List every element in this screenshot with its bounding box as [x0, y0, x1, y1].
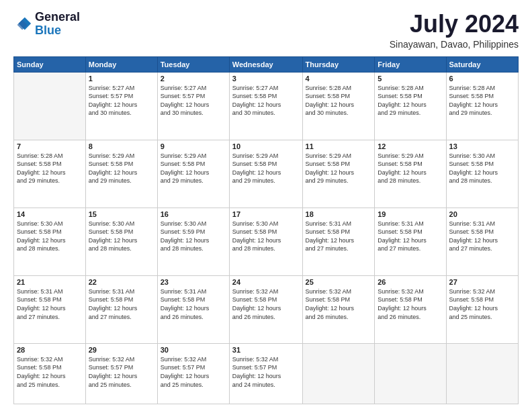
calendar-cell: 5Sunrise: 5:28 AM Sunset: 5:58 PM Daylig…	[375, 72, 446, 140]
calendar-cell: 10Sunrise: 5:29 AM Sunset: 5:58 PM Dayli…	[229, 140, 302, 208]
day-number: 23	[161, 278, 226, 286]
day-number: 30	[161, 346, 226, 354]
calendar-cell: 12Sunrise: 5:29 AM Sunset: 5:58 PM Dayli…	[375, 140, 446, 208]
calendar-cell: 1Sunrise: 5:27 AM Sunset: 5:57 PM Daylig…	[85, 72, 157, 140]
calendar-cell: 4Sunrise: 5:28 AM Sunset: 5:58 PM Daylig…	[302, 72, 375, 140]
day-number: 26	[378, 278, 443, 286]
col-header-monday: Monday	[85, 56, 157, 72]
logo-icon	[13, 15, 32, 34]
day-info: Sunrise: 5:27 AM Sunset: 5:57 PM Dayligh…	[161, 84, 226, 118]
calendar-cell: 11Sunrise: 5:29 AM Sunset: 5:58 PM Dayli…	[302, 140, 375, 208]
day-number: 14	[17, 210, 83, 218]
day-number: 27	[449, 278, 515, 286]
week-row-5: 28Sunrise: 5:32 AM Sunset: 5:58 PM Dayli…	[14, 343, 519, 404]
calendar-cell: 7Sunrise: 5:28 AM Sunset: 5:58 PM Daylig…	[14, 140, 86, 208]
calendar-cell: 24Sunrise: 5:32 AM Sunset: 5:58 PM Dayli…	[229, 275, 302, 343]
day-number: 10	[232, 142, 300, 150]
day-info: Sunrise: 5:32 AM Sunset: 5:58 PM Dayligh…	[232, 287, 300, 321]
calendar-cell: 18Sunrise: 5:31 AM Sunset: 5:58 PM Dayli…	[302, 208, 375, 275]
calendar-cell: 21Sunrise: 5:31 AM Sunset: 5:58 PM Dayli…	[14, 275, 86, 343]
day-info: Sunrise: 5:28 AM Sunset: 5:58 PM Dayligh…	[17, 152, 83, 185]
day-number: 4	[306, 75, 372, 83]
calendar-cell	[14, 72, 86, 140]
day-info: Sunrise: 5:31 AM Sunset: 5:58 PM Dayligh…	[378, 220, 443, 253]
week-row-3: 14Sunrise: 5:30 AM Sunset: 5:58 PM Dayli…	[14, 208, 519, 275]
day-info: Sunrise: 5:31 AM Sunset: 5:58 PM Dayligh…	[161, 287, 226, 321]
col-header-friday: Friday	[375, 56, 446, 72]
day-number: 1	[89, 75, 154, 83]
week-row-4: 21Sunrise: 5:31 AM Sunset: 5:58 PM Dayli…	[14, 275, 519, 343]
day-number: 7	[17, 142, 83, 150]
calendar-cell: 30Sunrise: 5:32 AM Sunset: 5:57 PM Dayli…	[157, 343, 229, 404]
col-header-wednesday: Wednesday	[229, 56, 302, 72]
page: General Blue July 2024 Sinayawan, Davao,…	[0, 0, 532, 411]
day-number: 15	[89, 210, 154, 218]
calendar-cell: 19Sunrise: 5:31 AM Sunset: 5:58 PM Dayli…	[375, 208, 446, 275]
calendar-cell	[446, 343, 518, 404]
calendar-table: SundayMondayTuesdayWednesdayThursdayFrid…	[13, 56, 519, 404]
day-info: Sunrise: 5:31 AM Sunset: 5:58 PM Dayligh…	[306, 220, 372, 253]
day-info: Sunrise: 5:30 AM Sunset: 5:59 PM Dayligh…	[161, 220, 226, 253]
day-info: Sunrise: 5:27 AM Sunset: 5:57 PM Dayligh…	[89, 84, 154, 118]
day-number: 13	[449, 142, 515, 150]
day-info: Sunrise: 5:32 AM Sunset: 5:58 PM Dayligh…	[306, 287, 372, 321]
day-info: Sunrise: 5:29 AM Sunset: 5:58 PM Dayligh…	[89, 152, 154, 185]
day-info: Sunrise: 5:32 AM Sunset: 5:57 PM Dayligh…	[89, 355, 154, 389]
day-number: 28	[17, 346, 83, 354]
day-info: Sunrise: 5:31 AM Sunset: 5:58 PM Dayligh…	[17, 287, 83, 321]
calendar-cell: 28Sunrise: 5:32 AM Sunset: 5:58 PM Dayli…	[14, 343, 86, 404]
col-header-thursday: Thursday	[302, 56, 375, 72]
day-info: Sunrise: 5:30 AM Sunset: 5:58 PM Dayligh…	[89, 220, 154, 253]
day-info: Sunrise: 5:29 AM Sunset: 5:58 PM Dayligh…	[232, 152, 300, 185]
calendar-cell: 20Sunrise: 5:31 AM Sunset: 5:58 PM Dayli…	[446, 208, 518, 275]
day-number: 3	[232, 75, 300, 83]
calendar-cell	[375, 343, 446, 404]
col-header-sunday: Sunday	[14, 56, 86, 72]
calendar-cell: 31Sunrise: 5:32 AM Sunset: 5:57 PM Dayli…	[229, 343, 302, 404]
day-number: 5	[378, 75, 443, 83]
day-info: Sunrise: 5:32 AM Sunset: 5:57 PM Dayligh…	[232, 355, 300, 389]
calendar-cell: 29Sunrise: 5:32 AM Sunset: 5:57 PM Dayli…	[85, 343, 157, 404]
logo-text: General Blue	[35, 11, 80, 38]
day-number: 18	[306, 210, 372, 218]
calendar-cell: 17Sunrise: 5:30 AM Sunset: 5:58 PM Dayli…	[229, 208, 302, 275]
day-info: Sunrise: 5:29 AM Sunset: 5:58 PM Dayligh…	[306, 152, 372, 185]
day-number: 2	[161, 75, 226, 83]
header: General Blue July 2024 Sinayawan, Davao,…	[13, 11, 519, 50]
day-info: Sunrise: 5:29 AM Sunset: 5:58 PM Dayligh…	[161, 152, 226, 185]
calendar-cell: 26Sunrise: 5:32 AM Sunset: 5:58 PM Dayli…	[375, 275, 446, 343]
day-info: Sunrise: 5:30 AM Sunset: 5:58 PM Dayligh…	[17, 220, 83, 253]
calendar-cell: 3Sunrise: 5:27 AM Sunset: 5:58 PM Daylig…	[229, 72, 302, 140]
day-info: Sunrise: 5:31 AM Sunset: 5:58 PM Dayligh…	[89, 287, 154, 321]
calendar-cell: 9Sunrise: 5:29 AM Sunset: 5:58 PM Daylig…	[157, 140, 229, 208]
calendar-cell: 8Sunrise: 5:29 AM Sunset: 5:58 PM Daylig…	[85, 140, 157, 208]
day-info: Sunrise: 5:30 AM Sunset: 5:58 PM Dayligh…	[449, 152, 515, 185]
day-info: Sunrise: 5:32 AM Sunset: 5:58 PM Dayligh…	[449, 287, 515, 321]
day-number: 25	[306, 278, 372, 286]
col-header-tuesday: Tuesday	[157, 56, 229, 72]
day-number: 8	[89, 142, 154, 150]
col-header-saturday: Saturday	[446, 56, 518, 72]
day-number: 11	[306, 142, 372, 150]
calendar-cell: 16Sunrise: 5:30 AM Sunset: 5:59 PM Dayli…	[157, 208, 229, 275]
calendar-cell: 23Sunrise: 5:31 AM Sunset: 5:58 PM Dayli…	[157, 275, 229, 343]
title-section: July 2024 Sinayawan, Davao, Philippines	[390, 11, 519, 50]
day-number: 19	[378, 210, 443, 218]
location: Sinayawan, Davao, Philippines	[390, 39, 519, 50]
calendar-cell: 13Sunrise: 5:30 AM Sunset: 5:58 PM Dayli…	[446, 140, 518, 208]
logo: General Blue	[13, 11, 80, 38]
day-info: Sunrise: 5:30 AM Sunset: 5:58 PM Dayligh…	[232, 220, 300, 253]
day-info: Sunrise: 5:29 AM Sunset: 5:58 PM Dayligh…	[378, 152, 443, 185]
day-number: 22	[89, 278, 154, 286]
day-info: Sunrise: 5:28 AM Sunset: 5:58 PM Dayligh…	[306, 84, 372, 118]
day-number: 6	[449, 75, 515, 83]
day-number: 31	[232, 346, 300, 354]
calendar-cell: 22Sunrise: 5:31 AM Sunset: 5:58 PM Dayli…	[85, 275, 157, 343]
day-info: Sunrise: 5:31 AM Sunset: 5:58 PM Dayligh…	[449, 220, 515, 253]
day-number: 20	[449, 210, 515, 218]
calendar-cell: 2Sunrise: 5:27 AM Sunset: 5:57 PM Daylig…	[157, 72, 229, 140]
day-number: 17	[232, 210, 300, 218]
header-row: SundayMondayTuesdayWednesdayThursdayFrid…	[14, 56, 519, 72]
calendar-cell: 14Sunrise: 5:30 AM Sunset: 5:58 PM Dayli…	[14, 208, 86, 275]
day-number: 24	[232, 278, 300, 286]
